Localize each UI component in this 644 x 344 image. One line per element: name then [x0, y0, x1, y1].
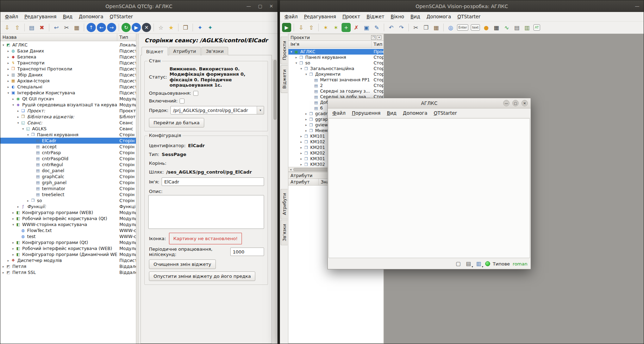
tree-row[interactable]: ▸❒Транспортні ПротоколиПідсист	[0, 66, 136, 72]
tree-row[interactable]: ▤terminatorСторін	[0, 186, 136, 192]
close-button[interactable]: ✕	[269, 4, 273, 9]
menu-item[interactable]: Файл	[281, 13, 301, 20]
menu-item[interactable]: Допомога	[400, 109, 431, 117]
up-level-icon[interactable]: ↑	[87, 23, 96, 32]
parent-combobox[interactable]: /prj_AGLKS/pg_control/pg_ElCadr ▾	[170, 106, 264, 114]
tree-row[interactable]: ▾❐ДокументиСтор	[288, 71, 383, 77]
expand-icon[interactable]: ▸	[304, 118, 308, 121]
expand-icon[interactable]: ▸	[11, 253, 15, 256]
tree-row[interactable]: ▸❐soСторін	[0, 198, 136, 204]
maximize-button[interactable]: ▢	[512, 100, 519, 106]
menu-item[interactable]: Проєкт	[339, 13, 363, 20]
collapse-icon[interactable]: ▾	[299, 67, 304, 70]
tree-row[interactable]: ▸❏Проєкт:Проєкт	[0, 108, 136, 114]
refresh-icon[interactable]: ↻	[121, 23, 131, 32]
chevron-down-icon[interactable]: ▾	[257, 106, 264, 114]
tab[interactable]: Атрибути	[169, 47, 201, 55]
lower-widget-changes-button[interactable]: Опустити зміни віджету до його предка	[149, 271, 255, 281]
collapse-icon[interactable]: ▾	[289, 50, 294, 54]
tree-row[interactable]: ▤Миттєві значення PP1Стор	[288, 77, 383, 83]
tree-row[interactable]: ▾❐ЗагальностанційнаСтор	[288, 66, 383, 71]
menu-item[interactable]: Допомога	[423, 13, 454, 20]
menu-item[interactable]: Редагування	[301, 13, 339, 20]
column-header-attribute[interactable]: Атрибут	[288, 179, 319, 185]
menu-item[interactable]: Вид	[60, 13, 75, 20]
column-header-type[interactable]: Тип	[371, 41, 383, 48]
document-icon[interactable]: ▢	[455, 260, 462, 267]
tree-row[interactable]: ▾◱AGLKSСеанс	[0, 126, 136, 132]
cut-icon[interactable]: ✂	[411, 23, 420, 32]
expand-icon[interactable]: ▸	[6, 73, 11, 77]
tree-row[interactable]: ▤Середні за годину з...Стор	[288, 88, 383, 94]
paste-icon[interactable]: ▦	[432, 23, 441, 32]
widget-edit-icon[interactable]: ✎	[372, 23, 381, 32]
vision-develop-icon[interactable]: ✦	[195, 23, 205, 32]
expand-icon[interactable]: ▸	[16, 205, 20, 208]
expand-icon[interactable]: ▸	[299, 146, 304, 149]
dock-close-button[interactable]: ✕	[377, 35, 381, 40]
collapse-icon[interactable]: ▾	[1, 43, 6, 47]
tree-row[interactable]: ▸↯ТранспортиПідсист	[0, 60, 136, 66]
print-icon[interactable]: ▤▾	[465, 260, 472, 267]
diagram-element-icon[interactable]: ∿	[502, 23, 511, 32]
side-tab[interactable]: Зв'язки	[281, 220, 288, 245]
tree-row[interactable]: ◍testWWW-с	[0, 233, 136, 239]
tree-row[interactable]: ◍FlowTec.txtWWW-с	[0, 227, 136, 233]
tree-row[interactable]: ▸◧Робочий інтерфейс користувача (Qt)Моду…	[0, 215, 136, 221]
add-item-icon[interactable]: ▤	[27, 23, 36, 32]
document-element-icon[interactable]: ▤	[512, 23, 521, 32]
tree-row[interactable]: ▾◱Сеанс:Сеанс	[0, 120, 136, 126]
expand-icon[interactable]: ▸	[6, 85, 11, 89]
tree-row[interactable]: ▤cntrPaspСторін	[0, 150, 136, 156]
tree-row[interactable]: ▤graphCalcСторін	[0, 174, 136, 180]
expand-icon[interactable]: ▸	[299, 157, 304, 161]
period-input[interactable]	[230, 248, 264, 256]
tree-row[interactable]: ▤2Стор	[288, 83, 383, 88]
back-icon[interactable]: ←	[97, 23, 106, 32]
expand-icon[interactable]: ▸	[6, 67, 11, 71]
save-icon[interactable]: ⇧	[307, 23, 316, 32]
collapse-icon[interactable]: ▾	[304, 73, 308, 76]
tree-row[interactable]: ▤acceptСторін	[0, 144, 136, 150]
menu-item[interactable]: QTStarter	[431, 109, 460, 117]
column-header-name[interactable]: Ім'я	[288, 41, 371, 48]
add-widget-icon[interactable]: +	[342, 23, 351, 32]
minimize-button[interactable]: —	[635, 4, 639, 9]
function-element-icon[interactable]: AT	[533, 24, 540, 31]
expand-icon[interactable]: ▸	[1, 265, 6, 268]
menu-item[interactable]: Віджет	[363, 13, 388, 20]
menu-item[interactable]: Вид	[384, 109, 400, 117]
tree-row[interactable]: ▸◧Конфігуратор програми (WEB)Модуль	[0, 209, 136, 215]
menu-item[interactable]: QTStarter	[454, 13, 484, 20]
menu-item[interactable]: Файл	[329, 109, 349, 117]
tree-row[interactable]: ▾◩АГЛКСЛокальн	[0, 42, 136, 48]
expand-icon[interactable]: ▸	[304, 129, 308, 132]
tree-row[interactable]: ▸▦Архіви-ІсторіяПідсист	[0, 78, 136, 84]
tree-row[interactable]: ▸◉Qt GUI пускачМодуль	[0, 96, 136, 102]
tree-row[interactable]: ▤grph_panelСторін	[0, 180, 136, 186]
scrollbar-thumb[interactable]	[274, 60, 276, 120]
vertical-scrollbar[interactable]	[273, 59, 277, 344]
menu-item[interactable]: Допомога	[76, 13, 107, 20]
expand-icon[interactable]: ▸	[6, 49, 11, 53]
expand-icon[interactable]: ▸	[11, 241, 15, 244]
tree-row[interactable]: ▾◈Рушій середовища візуалізації та керув…	[0, 102, 136, 108]
expand-icon[interactable]: ▸	[11, 211, 15, 214]
expand-icon[interactable]: ▸	[299, 151, 304, 155]
tree-row[interactable]: ▸◐СпеціальніПідсист	[0, 84, 136, 90]
side-tab[interactable]: Проєкти	[281, 37, 288, 64]
tree-row[interactable]: ▾▣Інтерфейси КористувачаПідсист	[0, 90, 136, 96]
runtime-titlebar[interactable]: АГЛКС — ▢ ✕	[328, 98, 531, 108]
start-icon[interactable]: ▶	[132, 23, 141, 32]
tree-row[interactable]: ▸▥Збір ДанихПідсист	[0, 72, 136, 78]
expand-icon[interactable]: ▸	[6, 61, 11, 65]
minimize-button[interactable]: —	[246, 4, 251, 9]
copy-item-icon[interactable]: ↩	[52, 23, 61, 32]
collapse-icon[interactable]: ▾	[21, 127, 25, 131]
dock-float-button[interactable]: ❐	[371, 35, 376, 40]
enter-element-icon[interactable]: Enter	[457, 24, 468, 31]
add-favorite-icon[interactable]: ★	[167, 23, 176, 32]
expand-icon[interactable]: ▸	[294, 56, 299, 59]
undo-icon[interactable]: ↶	[387, 23, 396, 32]
new-library-icon[interactable]: ✶	[331, 23, 340, 32]
